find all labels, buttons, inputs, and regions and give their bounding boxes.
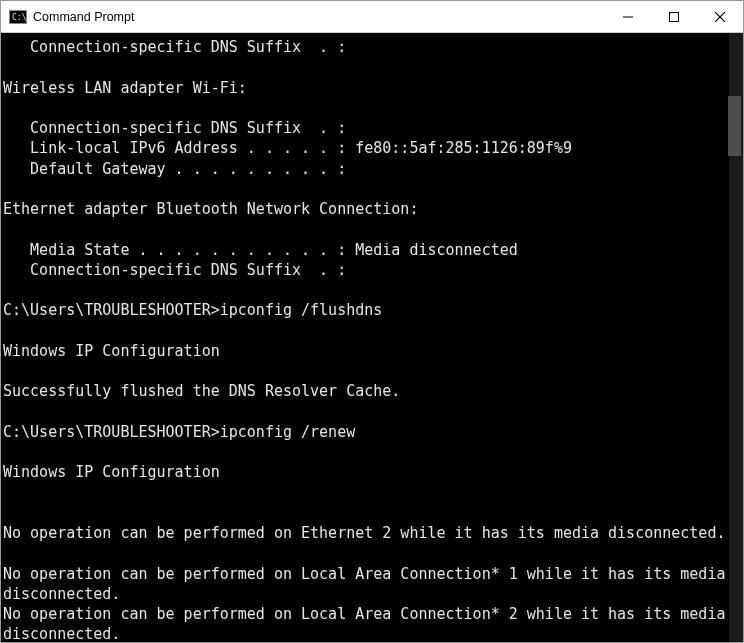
close-icon [715, 12, 725, 22]
terminal-line: Windows IP Configuration [3, 341, 727, 361]
terminal-line [3, 483, 727, 503]
client-area: Connection-specific DNS Suffix . :Wirele… [1, 33, 743, 642]
terminal-line [3, 503, 727, 523]
command-prompt-window: C:\ Command Prompt Connection-specific D… [0, 0, 744, 643]
window-title: Command Prompt [33, 10, 134, 24]
terminal-line [3, 98, 727, 118]
terminal-line [3, 280, 727, 300]
terminal-line [3, 219, 727, 239]
scrollbar-thumb[interactable] [728, 96, 741, 156]
terminal-line: Default Gateway . . . . . . . . . : [3, 159, 727, 179]
terminal-line: Connection-specific DNS Suffix . : [3, 37, 727, 57]
app-icon: C:\ [9, 10, 27, 24]
terminal-line: Connection-specific DNS Suffix . : [3, 118, 727, 138]
terminal-line: Windows IP Configuration [3, 462, 727, 482]
maximize-button[interactable] [651, 1, 697, 32]
close-button[interactable] [697, 1, 743, 32]
terminal-line: C:\Users\TROUBLESHOOTER>ipconfig /renew [3, 422, 727, 442]
terminal-output[interactable]: Connection-specific DNS Suffix . :Wirele… [1, 33, 729, 642]
svg-text:C:\: C:\ [12, 13, 27, 22]
terminal-line [3, 402, 727, 422]
minimize-button[interactable] [605, 1, 651, 32]
terminal-line [3, 543, 727, 563]
minimize-icon [623, 12, 633, 22]
terminal-line: Link-local IPv6 Address . . . . . : fe80… [3, 138, 727, 158]
terminal-line: Successfully flushed the DNS Resolver Ca… [3, 381, 727, 401]
terminal-line [3, 321, 727, 341]
titlebar[interactable]: C:\ Command Prompt [1, 1, 743, 33]
terminal-line: No operation can be performed on Etherne… [3, 523, 727, 543]
terminal-line: No operation can be performed on Local A… [3, 564, 727, 605]
terminal-line: Media State . . . . . . . . . . . : Medi… [3, 240, 727, 260]
terminal-line [3, 57, 727, 77]
terminal-line: Connection-specific DNS Suffix . : [3, 260, 727, 280]
terminal-line [3, 179, 727, 199]
terminal-line: C:\Users\TROUBLESHOOTER>ipconfig /flushd… [3, 300, 727, 320]
svg-rect-4 [670, 12, 679, 21]
terminal-line [3, 442, 727, 462]
terminal-line [3, 361, 727, 381]
maximize-icon [669, 12, 679, 22]
terminal-line: No operation can be performed on Local A… [3, 604, 727, 642]
terminal-line: Wireless LAN adapter Wi-Fi: [3, 78, 727, 98]
vertical-scrollbar[interactable] [729, 33, 743, 642]
terminal-line: Ethernet adapter Bluetooth Network Conne… [3, 199, 727, 219]
